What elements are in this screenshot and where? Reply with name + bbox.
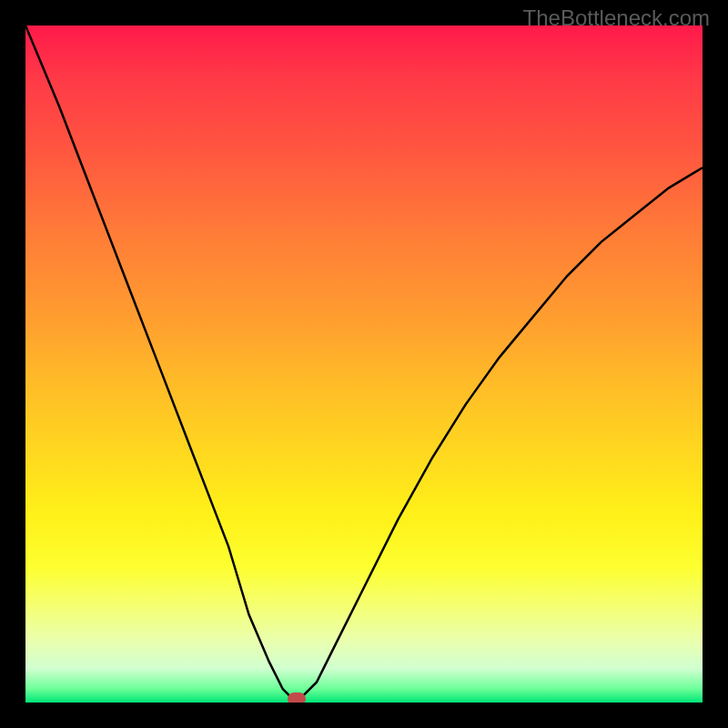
optimal-point-marker (288, 693, 306, 703)
watermark-text: TheBottleneck.com (523, 5, 710, 31)
bottleneck-curve (25, 25, 703, 703)
plot-frame: TheBottleneck.com (0, 0, 728, 728)
plot-area (25, 25, 703, 703)
